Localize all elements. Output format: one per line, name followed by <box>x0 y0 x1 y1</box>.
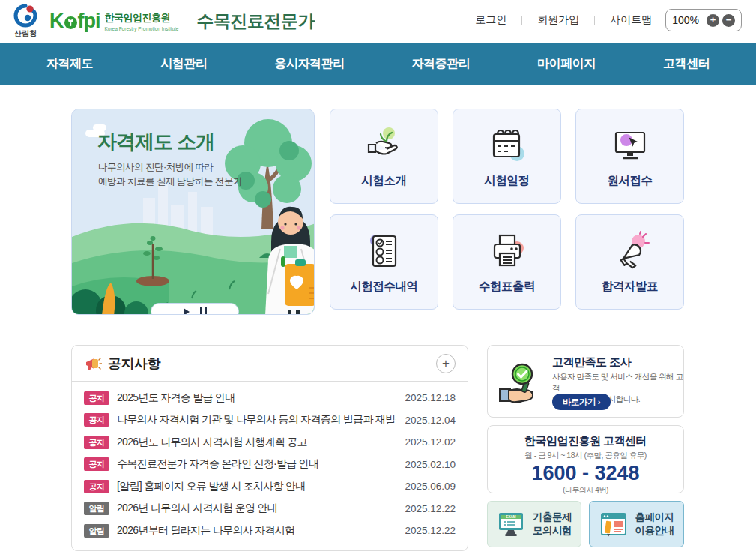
play-icon[interactable] <box>184 308 190 316</box>
forest-service-emblem-icon <box>13 4 37 28</box>
notice-row[interactable]: 공지 2025년도 자격증 발급 안내 2025.12.18 <box>84 387 456 409</box>
notice-badge: 알림 <box>84 502 109 515</box>
divider <box>594 16 595 25</box>
card-label: 수험표출력 <box>479 279 535 295</box>
notice-row-title: 수목진료전문가 자격증 온라인 신청·발급 안내 <box>117 457 396 471</box>
mock-exam-button[interactable]: EXAM 기출문제 모의시험 <box>487 501 581 547</box>
kofpi-leaf-icon <box>64 16 77 29</box>
megaphone-small-icon <box>84 355 102 372</box>
text-zoom-control: 100% + − <box>665 9 742 31</box>
org-name-en: Korea Forestry Promotion Institute <box>105 26 179 31</box>
card-label: 시험일정 <box>485 173 530 189</box>
site-guide-label: 홈페이지 이용안내 <box>635 511 674 537</box>
notice-row-date: 2025.12.02 <box>405 436 456 448</box>
kofpi-logo[interactable]: Kfpi 한국임업진흥원 Korea Forestry Promotion In… <box>49 10 179 33</box>
notice-header: 공지사항 + <box>72 346 468 382</box>
banner-title: 자격제도 소개 <box>97 129 214 155</box>
magnifier-check-hand-icon <box>498 362 543 406</box>
survey-go-button[interactable]: 바로가기 › <box>552 394 611 410</box>
megaphone-icon <box>610 229 650 273</box>
kofpi-wordmark: Kfpi <box>49 10 100 33</box>
monitor-cursor-icon <box>610 124 650 167</box>
card-exam-schedule[interactable]: 시험일정 <box>453 109 561 204</box>
notice-row[interactable]: 알림 2026년 나무의사 자격시험 운영 안내 2025.12.22 <box>84 498 456 520</box>
card-label: 원서접수 <box>608 173 653 189</box>
notice-row[interactable]: 공지 나무의사 자격시험 기관 및 나무의사 등의 자격증의 발급과 재발급 기… <box>84 409 456 432</box>
call-center-note: (나무의사 4번) <box>488 485 683 496</box>
card-print-ticket[interactable]: 수험표출력 <box>453 214 561 310</box>
org-name-kr: 한국임업진흥원 <box>105 11 179 25</box>
nav-item-mypage[interactable]: 마이페이지 <box>537 56 596 72</box>
main-nav: 자격제도 시험관리 응시자격관리 자격증관리 마이페이지 고객센터 <box>0 43 756 85</box>
card-label: 시험접수내역 <box>351 279 418 295</box>
zoom-out-icon[interactable]: − <box>722 14 735 27</box>
notice-badge: 공지 <box>84 413 109 427</box>
notice-row-date: 2025.06.09 <box>405 481 456 492</box>
call-center-hours: 월 - 금 9시 ~ 18시 (주말, 공휴일 휴무) <box>488 451 683 461</box>
satisfaction-survey-box: 고객만족도 조사 사용자 만족도 및 서비스 개선을 위해 고객 만족도 조사를… <box>487 345 684 418</box>
card-application-history[interactable]: 시험접수내역 <box>330 214 438 310</box>
card-label: 시험소개 <box>362 173 407 189</box>
notice-more-button[interactable]: + <box>436 354 456 373</box>
notice-row[interactable]: 공지 수목진료전문가 자격증 온라인 신청·발급 안내 2025.02.10 <box>84 454 456 476</box>
card-exam-intro[interactable]: 시험소개 <box>330 109 438 204</box>
svg-text:EXAM: EXAM <box>506 515 515 519</box>
exam-monitor-icon: EXAM <box>497 511 525 538</box>
nav-item-eligibility[interactable]: 응시자격관리 <box>274 56 344 72</box>
site-header: 산림청 Kfpi 한국임업진흥원 Korea Forestry Promotio… <box>0 0 756 43</box>
signup-link[interactable]: 회원가입 <box>536 10 581 30</box>
notice-row-date: 2025.12.18 <box>405 392 456 403</box>
carousel-controls <box>151 303 239 315</box>
divider <box>521 16 522 25</box>
notice-badge: 공지 <box>84 457 109 471</box>
survey-title: 고객만족도 조사 <box>552 355 631 370</box>
kofpi-names: 한국임업진흥원 Korea Forestry Promotion Institu… <box>105 11 179 31</box>
site-title[interactable]: 수목진료전문가 <box>197 10 315 33</box>
notice-row-date: 2025.12.04 <box>405 415 456 426</box>
site-guide-button[interactable]: 홈페이지 이용안내 <box>589 501 684 547</box>
utility-links: 로그인 회원가입 사이트맵 100% + − <box>474 9 742 31</box>
call-center-box: 한국임업진흥원 고객센터 월 - 금 9시 ~ 18시 (주말, 공휴일 휴무)… <box>487 425 684 493</box>
notice-row-title: [알림] 홈페이지 오류 발생 시 조치사항 안내 <box>117 480 396 493</box>
logo-group: 산림청 Kfpi 한국임업진흥원 Korea Forestry Promotio… <box>13 4 315 39</box>
zoom-in-icon[interactable]: + <box>707 14 719 27</box>
notice-row-title: 2026년 나무의사 자격시험 운영 안내 <box>117 502 396 515</box>
card-label: 합격자발표 <box>602 279 658 295</box>
mock-exam-label: 기출문제 모의시험 <box>533 511 572 537</box>
zoom-level: 100% <box>672 14 699 26</box>
notice-row[interactable]: 알림 2026년부터 달라지는 나무의사 자격시험 2025.12.22 <box>84 520 456 542</box>
card-pass-announcement[interactable]: 합격자발표 <box>575 214 684 310</box>
homepage-guide-icon <box>599 511 628 538</box>
printer-icon <box>487 229 527 273</box>
nav-item-certificate[interactable]: 자격증관리 <box>412 56 471 72</box>
notice-badge: 공지 <box>84 480 109 493</box>
checklist-icon <box>364 229 405 273</box>
notice-row-title: 2025년도 자격증 발급 안내 <box>117 391 396 405</box>
nav-item-qualification[interactable]: 자격제도 <box>46 56 93 72</box>
notice-row[interactable]: 공지 [알림] 홈페이지 오류 발생 시 조치사항 안내 2025.06.09 <box>84 475 456 498</box>
call-center-phone: 1600 - 3248 <box>488 462 683 485</box>
notice-row-title: 나무의사 자격시험 기관 및 나무의사 등의 자격증의 발급과 재발급 기관 변… <box>117 413 396 427</box>
notice-list: 공지 2025년도 자격증 발급 안내 2025.12.18 공지 나무의사 자… <box>72 382 468 542</box>
pause-icon[interactable] <box>200 307 207 315</box>
notice-badge: 알림 <box>84 524 109 538</box>
sitemap-link[interactable]: 사이트맵 <box>608 10 653 30</box>
forest-service-logo[interactable]: 산림청 <box>13 4 37 39</box>
login-link[interactable]: 로그인 <box>474 10 508 30</box>
gov-logo-label: 산림청 <box>14 28 37 39</box>
notice-row-title: 2026년도 나무의사 자격시험 시행계획 공고 <box>117 436 396 449</box>
banner-subtitle: 나무의사의 진단·처방에 따라 예방과 치료를 실제 담당하는 전문가 <box>98 160 242 190</box>
intro-banner[interactable]: 자격제도 소개 나무의사의 진단·처방에 따라 예방과 치료를 실제 담당하는 … <box>71 109 315 315</box>
call-center-title: 한국임업진흥원 고객센터 <box>488 434 683 448</box>
notice-board: 공지사항 + 공지 2025년도 자격증 발급 안내 2025.12.18 공지… <box>71 345 468 551</box>
notice-row-date: 2025.12.22 <box>405 525 456 536</box>
card-application[interactable]: 원서접수 <box>575 109 684 204</box>
hand-sprout-icon <box>364 124 405 167</box>
notice-badge: 공지 <box>84 391 109 405</box>
notice-row-title: 2026년부터 달라지는 나무의사 자격시험 <box>117 524 396 538</box>
calendar-icon <box>487 124 527 167</box>
quick-menu: 시험소개 시험일정 원서접수 <box>330 109 684 310</box>
notice-row[interactable]: 공지 2026년도 나무의사 자격시험 시행계획 공고 2025.12.02 <box>84 431 456 454</box>
nav-item-exam-mgmt[interactable]: 시험관리 <box>160 56 207 72</box>
nav-item-support[interactable]: 고객센터 <box>663 56 710 72</box>
